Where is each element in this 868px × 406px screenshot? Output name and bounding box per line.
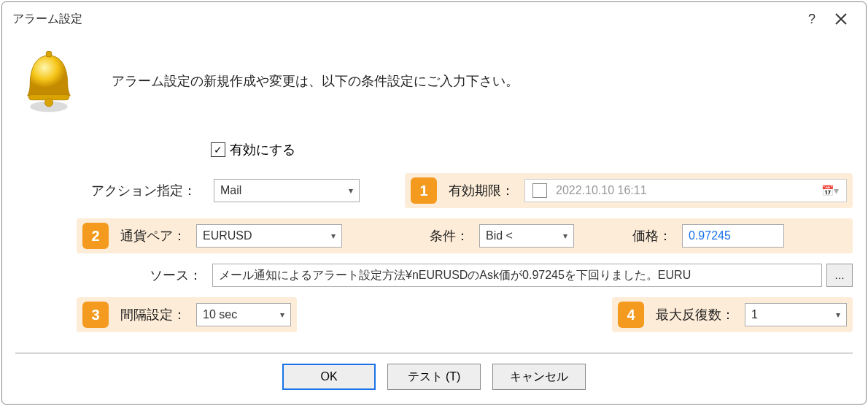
row-action-expiry: アクション指定： Mail ▾ 1 有効期限： 2022.10.10 16:11… — [15, 173, 853, 208]
test-button[interactable]: テスト (T) — [387, 364, 481, 390]
chevron-down-icon: ▾ — [331, 231, 336, 241]
step-badge-3: 3 — [82, 302, 109, 328]
maxrepeat-select[interactable]: 1 ▾ — [745, 303, 847, 326]
expiry-value: 2022.10.10 16:11 — [556, 184, 647, 197]
intro-text: アラーム設定の新規作成や変更は、以下の条件設定にご入力下さい。 — [112, 72, 519, 90]
condition-select[interactable]: Bid < ▾ — [479, 224, 574, 248]
expiry-hl: 1 有効期限： 2022.10.10 16:11 📅▾ — [405, 173, 853, 208]
source-browse-button[interactable]: … — [826, 264, 853, 287]
pair-hl: 2 通貨ペア： EURUSD ▾ 条件： Bid < ▾ 価格： 0.97245 — [77, 218, 853, 253]
maxrepeat-hl: 4 最大反復数： 1 ▾ — [612, 297, 853, 332]
expiry-field[interactable]: 2022.10.10 16:11 📅▾ — [524, 179, 847, 202]
pair-label: 通貨ペア： — [120, 227, 186, 245]
pair-value: EURUSD — [203, 229, 252, 242]
button-row: OK テスト (T) キャンセル — [15, 364, 853, 405]
intro-row: アラーム設定の新規作成や変更は、以下の条件設定にご入力下さい。 — [15, 47, 853, 115]
step-badge-2: 2 — [82, 223, 109, 249]
source-value: メール通知によるアラート設定方法¥nEURUSDのAsk価が0.97245を下回… — [219, 268, 691, 283]
chevron-down-icon: ▾ — [349, 185, 353, 196]
cancel-label: キャンセル — [510, 369, 568, 385]
svg-rect-5 — [46, 52, 51, 57]
source-label: ソース： — [150, 267, 202, 284]
step-badge-4: 4 — [618, 302, 644, 328]
ok-button[interactable]: OK — [282, 364, 376, 390]
expiry-enable-checkbox[interactable] — [532, 183, 547, 198]
dialog-window: アラーム設定 ? — [1, 1, 867, 405]
interval-hl: 3 間隔設定： 10 sec ▾ — [77, 297, 297, 332]
condition-value: Bid < — [486, 229, 513, 242]
price-input[interactable]: 0.97245 — [682, 224, 784, 248]
maxrepeat-value: 1 — [751, 308, 758, 321]
condition-label: 条件： — [430, 227, 469, 245]
expiry-label: 有効期限： — [449, 182, 514, 199]
row-interval-repeat: 3 間隔設定： 10 sec ▾ 4 最大反復数： 1 ▾ — [15, 297, 853, 332]
test-label: テスト (T) — [408, 369, 461, 385]
help-button[interactable]: ? — [797, 8, 826, 30]
close-icon — [834, 12, 848, 26]
action-label: アクション指定： — [91, 182, 196, 199]
maxrepeat-label: 最大反復数： — [656, 306, 735, 323]
ellipsis-icon: … — [834, 269, 845, 281]
step-badge-1: 1 — [411, 177, 437, 204]
enable-row: ✓ 有効にする — [211, 141, 853, 158]
pair-select[interactable]: EURUSD ▾ — [196, 224, 342, 248]
bell-icon — [15, 47, 82, 115]
price-label: 価格： — [632, 227, 672, 245]
content-area: アラーム設定の新規作成や変更は、以下の条件設定にご入力下さい。 ✓ 有効にする … — [2, 33, 866, 405]
chevron-down-icon: ▾ — [836, 310, 840, 320]
action-select[interactable]: Mail ▾ — [214, 179, 360, 202]
interval-value: 10 sec — [203, 308, 237, 321]
chevron-down-icon: ▾ — [280, 310, 284, 320]
source-input[interactable]: メール通知によるアラート設定方法¥nEURUSDのAsk価が0.97245を下回… — [212, 264, 822, 287]
divider — [15, 353, 853, 353]
row-source: ソース： メール通知によるアラート設定方法¥nEURUSDのAsk価が0.972… — [15, 264, 853, 287]
enable-checkbox[interactable]: ✓ — [211, 142, 225, 157]
ok-label: OK — [320, 370, 337, 383]
titlebar: アラーム設定 ? — [2, 2, 866, 33]
row-pair-cond-price: 2 通貨ペア： EURUSD ▾ 条件： Bid < ▾ 価格： 0.97245 — [15, 218, 853, 253]
close-button[interactable] — [826, 8, 856, 30]
form-area: ✓ 有効にする アクション指定： Mail ▾ 1 有効期限： 2022.10.… — [15, 141, 853, 332]
cancel-button[interactable]: キャンセル — [492, 364, 586, 390]
interval-label: 間隔設定： — [120, 306, 186, 323]
calendar-icon[interactable]: 📅▾ — [821, 185, 839, 196]
window-title: アラーム設定 — [12, 12, 797, 27]
chevron-down-icon: ▾ — [563, 231, 567, 241]
interval-select[interactable]: 10 sec ▾ — [196, 303, 291, 326]
price-value: 0.97245 — [689, 229, 731, 242]
svg-point-4 — [44, 99, 53, 107]
action-value: Mail — [220, 184, 241, 197]
enable-label: 有効にする — [230, 141, 295, 158]
